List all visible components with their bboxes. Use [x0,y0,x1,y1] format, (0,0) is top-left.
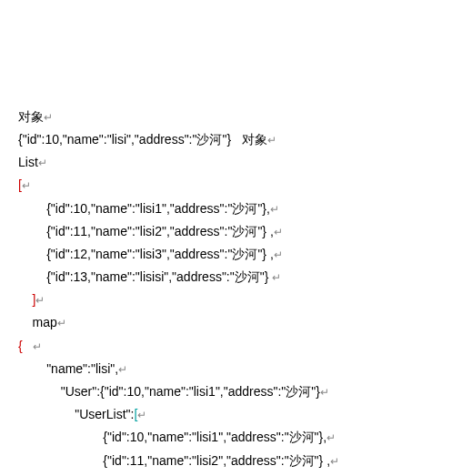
code-line: "UserList":[↵ [18,403,454,426]
code-line: "name":"lisi",↵ [18,358,454,380]
code-line: {"id":13,"name":"lisisi","address":"沙河"}… [18,266,454,289]
code-line: "User":{"id":10,"name":"lisi1","address"… [18,380,454,403]
line-text: "name":"lisi", [46,361,118,376]
line-text: { [18,339,33,353]
line-end-marker: ↵ [320,386,329,399]
code-line: List↵ [18,151,454,174]
code-line: {"id":11,"name":"lisi2","address":"沙河"} … [18,220,454,243]
json-document: 对象↵{"id":10,"name":"lisi","address":"沙河"… [18,106,454,476]
line-end-marker: ↵ [274,226,283,238]
line-end-marker: ↵ [118,363,127,376]
line-end-marker: ↵ [272,271,281,284]
line-text: {"id":11,"name":"lisi2","address":"沙河"} … [46,224,274,238]
code-line: {"id":12,"name":"lisi3","address":"沙河"} … [18,243,454,266]
line-prefix: "UserList": [75,407,134,421]
line-end-marker: ↵ [270,203,279,216]
line-text: {"id":12,"name":"lisi3","address":"沙河"} … [46,247,274,261]
line-text: 对象 [18,109,44,124]
code-line: {"id":11,"name":"lisi2","address":"沙河"} … [18,450,454,472]
line-text: {"id":10,"name":"lisi1","address":"沙河"}, [103,430,326,444]
line-end-marker: ↵ [326,431,336,444]
code-line: {"id":10,"name":"lisi1","address":"沙河"},… [18,197,454,220]
code-line: map↵ [18,311,454,334]
line-end-marker: ↵ [35,294,45,307]
code-line: 对象↵ [18,106,454,128]
code-line: {"id":12,"name":"lisi3","address":"沙河"} … [18,472,454,476]
line-end-marker: ↵ [22,179,31,192]
line-text: {"id":11,"name":"lisi2","address":"沙河"} … [103,453,330,468]
line-text: map [33,315,57,329]
code-line: [↵ [18,174,454,197]
line-end-marker: ↵ [57,317,66,329]
line-end-marker: ↵ [33,340,42,353]
line-text: {"id":10,"name":"lisi1","address":"沙河"}, [46,201,270,216]
line-end-marker: ↵ [267,134,276,147]
line-end-marker: ↵ [274,248,283,261]
line-text: "User":{"id":10,"name":"lisi1","address"… [61,384,320,399]
line-end-marker: ↵ [137,409,146,421]
line-text: {"id":13,"name":"lisisi","address":"沙河"} [46,269,272,284]
code-line: ]↵ [18,289,454,311]
line-end-marker: ↵ [44,111,53,124]
code-line: {"id":10,"name":"lisi","address":"沙河"} 对… [18,128,454,151]
line-text: {"id":10,"name":"lisi","address":"沙河"} 对… [18,132,267,147]
line-text: List [18,155,38,169]
code-line: { ↵ [18,335,454,358]
line-end-marker: ↵ [330,455,339,468]
code-line: {"id":10,"name":"lisi1","address":"沙河"},… [18,426,454,449]
line-end-marker: ↵ [38,157,47,169]
